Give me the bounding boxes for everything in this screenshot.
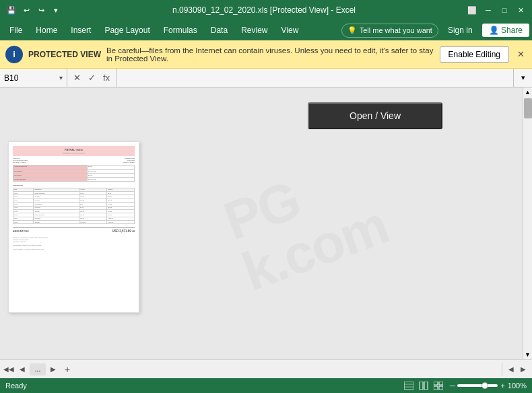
share-button[interactable]: 👤 Share: [482, 24, 529, 37]
tab-more-button[interactable]: ...: [30, 363, 46, 376]
close-button[interactable]: ✕: [514, 4, 527, 16]
zoom-in-icon[interactable]: +: [500, 382, 504, 390]
formula-input[interactable]: [117, 73, 513, 83]
save-icon[interactable]: 💾: [5, 4, 18, 16]
add-sheet-button[interactable]: +: [61, 363, 74, 376]
page-layout-view-icon[interactable]: [418, 380, 430, 391]
undo-icon[interactable]: ↩: [20, 4, 32, 16]
menu-data[interactable]: Data: [204, 23, 234, 38]
protected-view-bar: i PROTECTED VIEW Be careful—files from t…: [0, 40, 532, 69]
name-box[interactable]: B10 ▾: [0, 69, 67, 87]
cell-reference: B10: [4, 73, 18, 83]
menu-file[interactable]: File: [3, 23, 29, 38]
menu-formulas[interactable]: Formulas: [157, 23, 204, 38]
tab-scroll-left-icon[interactable]: ◀: [505, 363, 517, 376]
svg-rect-3: [420, 382, 423, 390]
scroll-down-arrow[interactable]: ▼: [523, 350, 533, 359]
svg-rect-0: [404, 382, 413, 390]
tab-navigation: ◀◀ ◀ ... ▶ +: [3, 363, 74, 376]
zoom-control: ─ + 100%: [450, 382, 527, 390]
page-break-view-icon[interactable]: [432, 380, 444, 391]
status-bar-right: ─ + 100%: [403, 380, 527, 391]
view-mode-icons: [403, 380, 444, 391]
zoom-out-icon[interactable]: ─: [450, 382, 455, 390]
share-label: Share: [501, 26, 523, 35]
open-view-container: Open / View: [8, 96, 514, 135]
status-ready: Ready: [5, 382, 27, 390]
status-bar: Ready: [0, 378, 532, 393]
spreadsheet-view[interactable]: PG k.com Open / View PAYPAL <New Stateme…: [0, 87, 523, 359]
menu-view[interactable]: View: [275, 23, 306, 38]
formula-bar-expand-icon[interactable]: ▾: [513, 69, 532, 87]
menu-insert[interactable]: Insert: [64, 23, 98, 38]
quick-access-toolbar: 💾 ↩ ↪ ▾: [5, 4, 62, 16]
menu-review[interactable]: Review: [234, 23, 274, 38]
menu-bar: File Home Insert Page Layout Formulas Da…: [0, 20, 532, 40]
menu-page-layout[interactable]: Page Layout: [98, 23, 156, 38]
restore-button[interactable]: □: [498, 4, 510, 16]
tab-scroll-right: ◀ ▶: [502, 363, 529, 376]
title-bar-left: 💾 ↩ ↪ ▾: [5, 4, 62, 16]
menu-home[interactable]: Home: [29, 23, 64, 38]
minimize-button[interactable]: ─: [482, 4, 494, 16]
cancel-formula-icon[interactable]: ✕: [70, 71, 84, 85]
document-preview: PAYPAL <New Statement Account Credit car…: [9, 142, 139, 254]
scroll-thumb[interactable]: [524, 98, 532, 118]
svg-rect-8: [439, 386, 443, 390]
redo-icon[interactable]: ↪: [35, 4, 47, 16]
tell-me-box[interactable]: 💡 Tell me what you want: [341, 24, 438, 38]
protected-view-close-icon[interactable]: ✕: [514, 48, 527, 61]
zoom-percent: 100%: [508, 382, 527, 390]
tell-me-text: Tell me what you want: [360, 26, 432, 34]
lightbulb-icon: 💡: [347, 26, 357, 35]
doc-transactions-table: Date Description Amount Balance 11/03Onl…: [13, 188, 135, 225]
sign-in-button[interactable]: Sign in: [442, 24, 478, 37]
svg-rect-6: [439, 382, 443, 385]
vertical-scrollbar[interactable]: ▲ ▼: [523, 87, 532, 359]
tab-prev-icon[interactable]: ◀: [16, 363, 28, 376]
scroll-up-arrow[interactable]: ▲: [523, 87, 533, 97]
enable-editing-button[interactable]: Enable Editing: [440, 46, 509, 63]
customize-qat-icon[interactable]: ▾: [50, 4, 62, 16]
zoom-slider[interactable]: [457, 384, 498, 387]
tab-first-icon[interactable]: ◀◀: [3, 363, 15, 376]
tab-scroll-right-icon[interactable]: ▶: [517, 363, 529, 376]
protected-view-icon: i: [5, 46, 23, 63]
ribbon-display-icon[interactable]: ⬜: [466, 4, 478, 16]
svg-rect-5: [434, 382, 438, 385]
normal-view-icon[interactable]: [403, 380, 415, 391]
svg-rect-4: [424, 382, 428, 390]
share-icon: 👤: [489, 26, 499, 35]
formula-bar: B10 ▾ ✕ ✓ fx ▾: [0, 69, 532, 87]
tab-next-icon[interactable]: ▶: [47, 363, 59, 376]
sheet-tab-bar: ◀◀ ◀ ... ▶ + ◀ ▶: [0, 359, 532, 378]
doc-table: Opening Balance $0.00 Purchases $2,571.6…: [13, 165, 135, 182]
window-title: n.093090_12_02_2020.xls [Protected View]…: [172, 5, 356, 15]
formula-bar-icons: ✕ ✓ fx: [67, 69, 117, 87]
insert-function-icon[interactable]: fx: [100, 71, 113, 85]
menu-bar-right: 💡 Tell me what you want Sign in 👤 Share: [341, 24, 529, 38]
spreadsheet-content: Open / View PAYPAL <New Statement Accoun…: [0, 87, 523, 321]
title-bar-right: ⬜ ─ □ ✕: [466, 4, 527, 16]
name-box-dropdown-icon[interactable]: ▾: [59, 74, 63, 81]
zoom-thumb[interactable]: [481, 382, 488, 389]
open-view-button[interactable]: Open / View: [308, 102, 442, 129]
protected-view-label: PROTECTED VIEW: [28, 50, 101, 59]
document-thumbnail: PAYPAL <New Statement Account Credit car…: [8, 141, 139, 313]
content-wrapper: PG k.com Open / View PAYPAL <New Stateme…: [0, 87, 532, 359]
main-area: PG k.com Open / View PAYPAL <New Stateme…: [0, 87, 532, 359]
protected-view-message: Be careful—files from the Internet can c…: [106, 46, 434, 63]
confirm-formula-icon[interactable]: ✓: [85, 71, 98, 85]
svg-rect-7: [434, 386, 438, 390]
title-bar: 💾 ↩ ↪ ▾ n.093090_12_02_2020.xls [Protect…: [0, 0, 532, 20]
